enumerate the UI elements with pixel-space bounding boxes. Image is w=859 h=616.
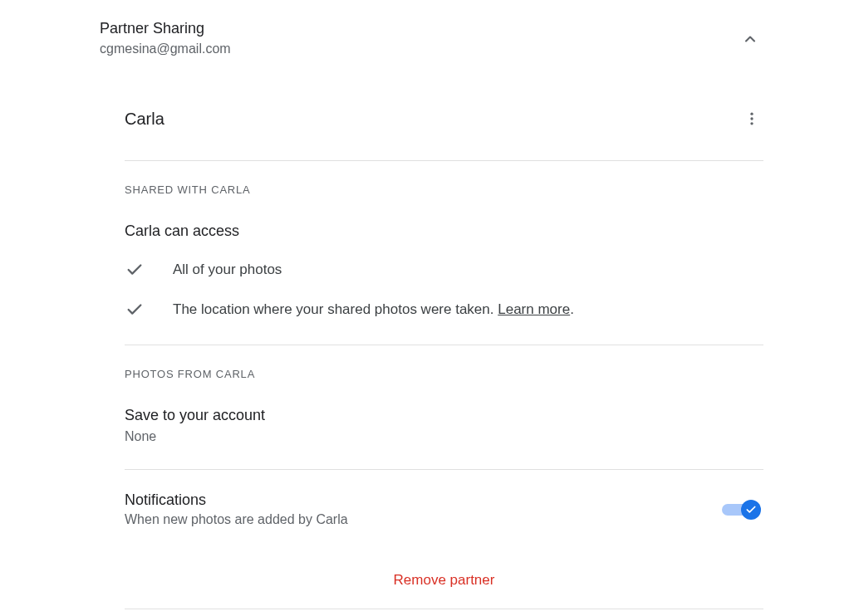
photos-from-heading: PHOTOS FROM CARLA bbox=[125, 345, 763, 380]
location-text: The location where your shared photos we… bbox=[173, 301, 498, 317]
notifications-row: Notifications When new photos are added … bbox=[125, 470, 763, 552]
svg-point-1 bbox=[750, 118, 753, 120]
access-text: All of your photos bbox=[173, 262, 282, 278]
check-icon bbox=[125, 260, 145, 280]
check-icon bbox=[125, 300, 145, 320]
divider bbox=[125, 609, 763, 609]
svg-point-2 bbox=[750, 122, 753, 125]
notifications-desc: When new photos are added by Carla bbox=[125, 509, 348, 527]
access-text: The location where your shared photos we… bbox=[173, 301, 574, 318]
svg-point-0 bbox=[750, 113, 753, 115]
save-to-account-title: Save to your account bbox=[125, 380, 763, 424]
header-email: cgmesina@gmail.com bbox=[100, 39, 231, 59]
notifications-title: Notifications bbox=[125, 491, 348, 509]
partner-sharing-header[interactable]: Partner Sharing cgmesina@gmail.com bbox=[100, 18, 763, 59]
learn-more-link[interactable]: Learn more bbox=[498, 301, 570, 317]
header-title: Partner Sharing bbox=[100, 18, 231, 39]
access-title: Carla can access bbox=[125, 196, 763, 240]
remove-partner-button[interactable]: Remove partner bbox=[394, 572, 495, 588]
notifications-toggle[interactable] bbox=[722, 501, 758, 518]
access-item: The location where your shared photos we… bbox=[125, 280, 763, 320]
access-item: All of your photos bbox=[125, 240, 763, 280]
partner-name: Carla bbox=[125, 110, 164, 129]
more-options-button[interactable] bbox=[740, 107, 763, 130]
shared-with-heading: SHARED WITH CARLA bbox=[125, 161, 763, 196]
toggle-thumb bbox=[741, 500, 761, 520]
save-to-account-value: None bbox=[125, 424, 763, 444]
chevron-up-icon[interactable] bbox=[740, 29, 760, 49]
